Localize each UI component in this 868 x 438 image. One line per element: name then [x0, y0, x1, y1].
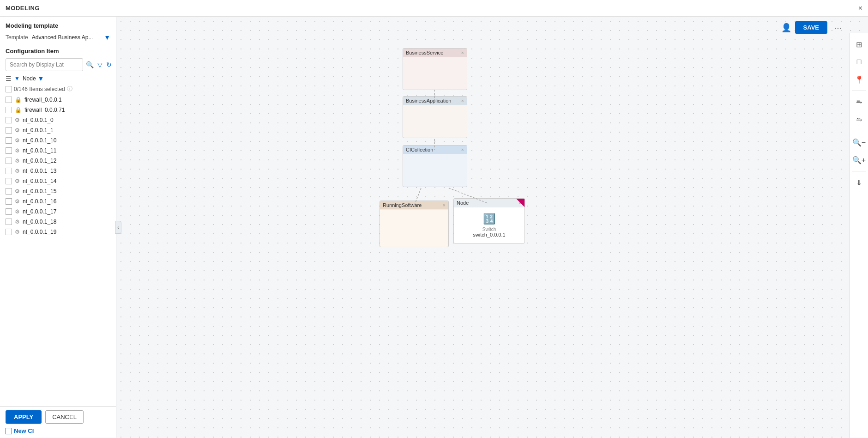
template-label: Template [6, 34, 28, 41]
node-label: Node [23, 75, 36, 82]
expand-chevron-icon[interactable]: ▼ [14, 75, 20, 82]
node-business-service-title: BusinessService [406, 50, 443, 55]
node-icon: ⚙ [15, 127, 20, 134]
node-business-service[interactable]: BusinessService × [403, 48, 467, 90]
list-item-checkbox[interactable] [6, 168, 12, 174]
close-button[interactable]: × [858, 4, 862, 12]
node-ci-collection[interactable]: CICollection × [403, 145, 467, 187]
node-business-app-header: BusinessApplication × [403, 97, 467, 105]
list-item: ⚙nt_0.0.0.1_13 [6, 166, 110, 176]
items-selected-row: 0/146 Items selected ⓘ [6, 85, 110, 93]
node-node[interactable]: Node × 🔢 Switch switch_0.0.0.1 [453, 198, 525, 243]
main-layout: Modeling template Template Advanced Busi… [0, 17, 868, 438]
user-icon[interactable]: 👤 [781, 23, 791, 33]
list-item-label: nt_0.0.0.1_15 [23, 188, 56, 195]
list-item: ⚙nt_0.0.0.1_19 [6, 227, 110, 237]
list-item-checkbox[interactable] [6, 117, 12, 123]
switch-name-label: switch_0.0.0.1 [473, 232, 505, 237]
list-area[interactable]: 🔒firewall_0.0.0.1🔒firewall_0.0.0.71⚙nt_0… [6, 95, 110, 406]
list-item-checkbox[interactable] [6, 127, 12, 134]
list-item-checkbox[interactable] [6, 137, 12, 144]
list-item-checkbox[interactable] [6, 219, 12, 225]
list-item: ⚙nt_0.0.0.1_0 [6, 115, 110, 125]
select-all-checkbox[interactable] [6, 86, 12, 92]
search-icon-button[interactable]: 🔍 [85, 60, 95, 69]
top-bar: MODELING × [0, 0, 868, 17]
right-panel-divider-3 [852, 171, 866, 171]
save-button[interactable]: SAVE [795, 21, 827, 34]
node-node-body: 🔢 Switch switch_0.0.0.1 [454, 207, 524, 243]
list-item-checkbox[interactable] [6, 107, 12, 113]
node-ci-collection-header: CICollection × [403, 146, 467, 154]
node-business-service-body [403, 57, 467, 90]
list-item: ⚙nt_0.0.0.1_1 [6, 125, 110, 135]
list-item-checkbox[interactable] [6, 147, 12, 154]
new-ci-checkbox[interactable] [6, 428, 12, 434]
node-running-software-title: RunningSoftware [383, 202, 422, 208]
node-icon: ⚙ [15, 208, 20, 215]
list-item: ⚙nt_0.0.0.1_10 [6, 135, 110, 146]
switch-type-label: Switch [482, 227, 496, 232]
list-item: ⚙nt_0.0.0.1_17 [6, 207, 110, 217]
node-icon: ⚙ [15, 219, 20, 225]
zoom-in-button[interactable]: 🔍+ [852, 152, 867, 167]
node-dropdown-chevron-icon[interactable]: ▼ [38, 75, 44, 82]
modeling-template-title: Modeling template [6, 22, 110, 29]
node-node-title: Node [457, 200, 469, 206]
node-ci-collection-close[interactable]: × [461, 147, 464, 152]
list-item-label: nt_0.0.0.1_0 [23, 117, 54, 123]
list-item-label: nt_0.0.0.1_16 [23, 198, 56, 205]
list-item-checkbox[interactable] [6, 198, 12, 205]
list-item-checkbox[interactable] [6, 178, 12, 184]
node-running-software[interactable]: RunningSoftware × [380, 201, 449, 247]
template-chevron-icon[interactable]: ▼ [104, 34, 110, 41]
list-item-checkbox[interactable] [6, 158, 12, 164]
filter-icon-button[interactable]: ▽ [96, 60, 103, 69]
help-icon[interactable]: ⓘ [67, 85, 72, 93]
list-view-icon: ☰ [6, 75, 12, 82]
list-item-label: nt_0.0.0.1_14 [23, 178, 56, 184]
node-switch-content: 🔢 Switch switch_0.0.0.1 [454, 207, 524, 243]
more-options-button[interactable]: ⋯ [831, 22, 845, 34]
canvas-area[interactable]: 👤 SAVE ⋯ BusinessService × Busi [116, 17, 868, 438]
app-title: MODELING [6, 5, 40, 12]
list-item-checkbox[interactable] [6, 97, 12, 103]
refresh-icon-button[interactable]: ↻ [105, 60, 113, 69]
location-icon-button[interactable]: 📍 [852, 72, 867, 87]
search-input[interactable] [6, 58, 83, 71]
rectangle-icon-button[interactable]: □ [852, 55, 867, 69]
node-dropdown[interactable]: Node ▼ [23, 75, 44, 82]
list-item-label: nt_0.0.0.1_17 [23, 208, 56, 215]
list-item-checkbox[interactable] [6, 208, 12, 215]
right-panel-divider-1 [852, 91, 866, 91]
expand-icon-button[interactable]: ⥲ [852, 112, 867, 127]
filter-row: ☰ ▼ Node ▼ [6, 75, 110, 82]
list-item-checkbox[interactable] [6, 229, 12, 235]
lock-icon: 🔒 [15, 107, 22, 113]
new-ci-link[interactable]: New CI [14, 427, 34, 434]
list-item: ⚙nt_0.0.0.1_11 [6, 146, 110, 156]
node-business-service-close[interactable]: × [461, 50, 464, 55]
node-running-software-close[interactable]: × [443, 202, 446, 208]
download-icon-button[interactable]: ⇓ [852, 175, 867, 190]
sidebar-bottom: APPLY CANCEL New CI [0, 406, 116, 438]
list-item: 🔒firewall_0.0.0.1 [6, 95, 110, 105]
node-icon: ⚙ [15, 178, 20, 184]
node-icon: ⚙ [15, 158, 20, 164]
node-business-app-title: BusinessApplication [406, 98, 451, 103]
list-item-checkbox[interactable] [6, 188, 12, 195]
collapse-handle[interactable]: ‹ [115, 221, 121, 234]
node-business-app-body [403, 105, 467, 138]
items-count: 0/146 Items selected [14, 86, 65, 92]
connect-icon-button[interactable]: ⊞ [852, 37, 867, 52]
right-panel-divider-2 [852, 131, 866, 131]
node-business-app-close[interactable]: × [461, 98, 464, 103]
list-item-label: nt_0.0.0.1_1 [23, 127, 54, 134]
node-icon: ⚙ [15, 137, 20, 144]
fit-icon-button[interactable]: ⥱ [852, 95, 867, 110]
cancel-button[interactable]: CANCEL [45, 410, 84, 424]
apply-button[interactable]: APPLY [6, 410, 42, 424]
sidebar-content: Modeling template Template Advanced Busi… [0, 17, 116, 406]
zoom-out-button[interactable]: 🔍− [852, 135, 867, 150]
node-business-application[interactable]: BusinessApplication × [403, 96, 467, 138]
